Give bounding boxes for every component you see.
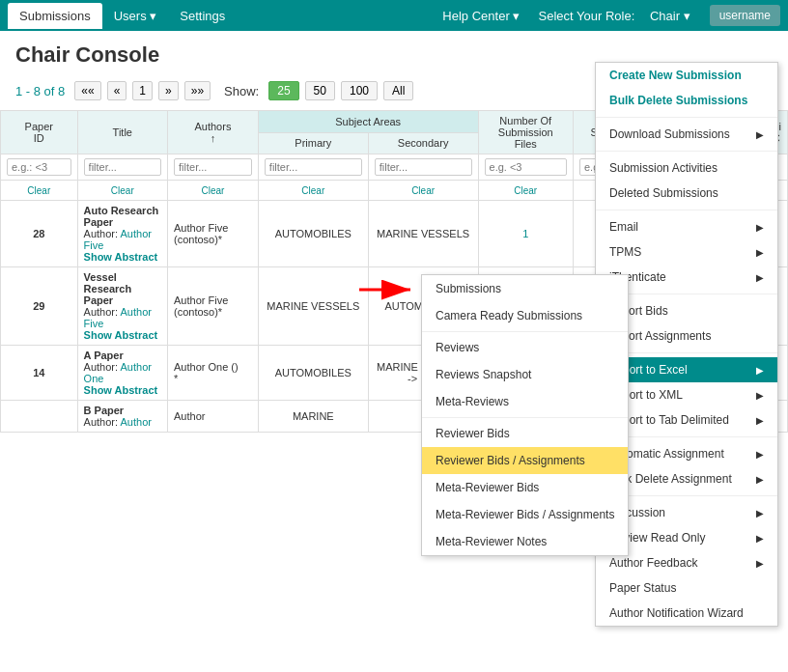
nav-settings[interactable]: Settings (168, 3, 237, 29)
col-submission-files: Number OfSubmissionFiles (478, 111, 573, 154)
nav-submissions[interactable]: Submissions (8, 3, 102, 29)
row-28-id: 28 (1, 201, 78, 267)
pagination-last[interactable]: »» (184, 81, 211, 100)
row-29-id: 29 (1, 267, 78, 346)
col-secondary: Secondary (368, 132, 478, 154)
row-28-show-abstract[interactable]: Show Abstract (84, 251, 158, 263)
col-primary: Primary (258, 132, 368, 154)
col-paper-id: PaperID (1, 111, 78, 154)
row-29-author-link[interactable]: Author Five (84, 306, 152, 329)
row-14-author-link[interactable]: Author One (84, 361, 152, 384)
red-arrow-2 (354, 275, 422, 304)
filter-primary[interactable] (265, 158, 362, 176)
nav-role-label: Select Your Role: (531, 9, 638, 23)
pagination-prev[interactable]: « (107, 81, 127, 100)
export-submenu: Submissions Camera Ready Submissions Rev… (421, 274, 629, 433)
menu-submission-activities[interactable]: Submission Activities (596, 155, 777, 181)
row-14-id: 14 (1, 346, 78, 401)
pagination-first[interactable]: «« (74, 81, 100, 100)
show-all-button[interactable]: All (383, 81, 413, 100)
clear-title[interactable]: Clear (111, 185, 134, 196)
filter-secondary[interactable] (375, 158, 472, 176)
row-29-primary: MARINE VESSELS (258, 267, 368, 346)
row-b-id (1, 401, 78, 433)
row-14-primary: AUTOMOBILES (258, 346, 368, 401)
export-meta-reviews[interactable]: Meta-Reviews (422, 388, 628, 415)
row-b-title: B Paper Author: Author (77, 401, 167, 433)
show-label: Show: (224, 84, 259, 98)
export-reviewer-bids[interactable]: Reviewer Bids (422, 420, 628, 433)
row-28-authors: Author Five(contoso)* (168, 201, 259, 267)
row-29-show-abstract[interactable]: Show Abstract (84, 329, 158, 341)
nav-role[interactable]: Chair ▾ (638, 3, 702, 29)
menu-bulk-delete-submissions[interactable]: Bulk Delete Submissions (596, 88, 777, 113)
row-14-authors: Author One ()* (168, 346, 259, 401)
menu-email[interactable]: Email ▶ (596, 214, 777, 239)
show-100-button[interactable]: 100 (341, 81, 378, 100)
col-title: Title (77, 111, 167, 154)
menu-download-submissions[interactable]: Download Submissions ▶ (596, 122, 777, 147)
pagination-next[interactable]: » (158, 81, 179, 100)
row-28-primary: AUTOMOBILES (258, 201, 368, 267)
filter-title[interactable] (84, 158, 161, 176)
clear-authors[interactable]: Clear (201, 185, 224, 196)
row-28-submission-files: 1 (478, 201, 573, 267)
row-28-secondary: MARINE VESSELS (368, 201, 478, 267)
export-reviews-snapshot[interactable]: Reviews Snapshot (422, 361, 628, 388)
row-28-title: Auto Research Paper Author: Author Five … (77, 201, 167, 267)
show-25-button[interactable]: 25 (268, 81, 298, 100)
row-b-authors: Author (168, 401, 259, 433)
row-29-title: Vessel Research Paper Author: Author Fiv… (77, 267, 167, 346)
filter-submission-files[interactable] (485, 158, 567, 176)
row-28-author-link[interactable]: Author Five (84, 228, 152, 251)
export-camera-ready[interactable]: Camera Ready Submissions (422, 302, 628, 329)
row-29-authors: Author Five(contoso)* (168, 267, 259, 346)
pagination-info: 1 - 8 of 8 (15, 84, 65, 98)
clear-paper-id[interactable]: Clear (27, 185, 50, 196)
col-authors: Authors↑ (168, 111, 259, 154)
menu-deleted-submissions[interactable]: Deleted Submissions (596, 181, 777, 206)
row-b-author-link[interactable]: Author (121, 416, 152, 428)
row-14-title: A Paper Author: Author One Show Abstract (77, 346, 167, 401)
row-14-show-abstract[interactable]: Show Abstract (84, 384, 158, 396)
actions-dropdown-container: Submissions Camera Ready Submissions Rev… (595, 62, 778, 433)
menu-tpms[interactable]: TPMS ▶ (596, 239, 777, 265)
filter-paper-id[interactable] (7, 158, 71, 176)
filter-authors[interactable] (174, 158, 252, 176)
show-50-button[interactable]: 50 (305, 81, 335, 100)
nav-help[interactable]: Help Center ▾ (431, 3, 531, 29)
clear-secondary[interactable]: Clear (411, 185, 435, 196)
clear-submission-files[interactable]: Clear (514, 185, 537, 196)
row-b-primary: MARINE (258, 401, 368, 433)
nav-users[interactable]: Users ▾ (102, 3, 169, 29)
pagination-page[interactable]: 1 (132, 81, 153, 100)
export-submissions[interactable]: Submissions (422, 275, 628, 302)
nav-user-button[interactable]: username (710, 5, 780, 26)
top-navigation: Submissions Users ▾ Settings Help Center… (0, 0, 788, 31)
clear-primary[interactable]: Clear (301, 185, 324, 196)
menu-create-submission[interactable]: Create New Submission (596, 63, 777, 88)
col-subject-areas: Subject Areas (258, 111, 478, 133)
export-reviews[interactable]: Reviews (422, 334, 628, 361)
